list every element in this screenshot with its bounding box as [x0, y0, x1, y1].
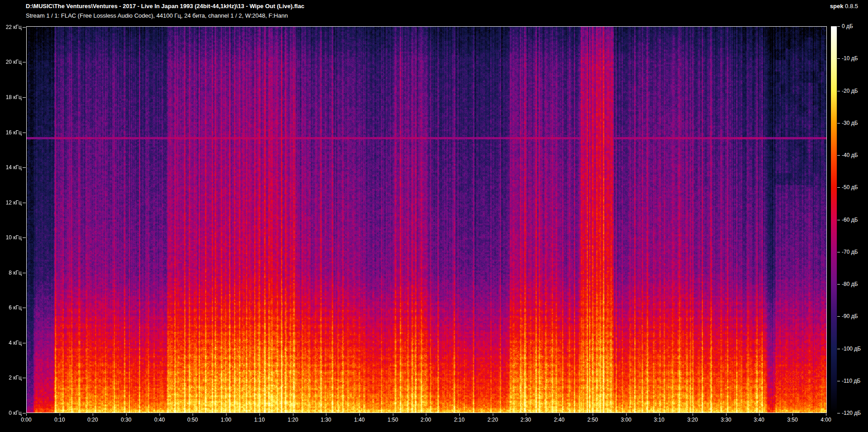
db-tick: [837, 26, 840, 27]
db-tick-label: -20 дБ: [842, 88, 858, 94]
time-tick-label: 1:00: [212, 417, 240, 423]
time-tick-label: 3:00: [613, 417, 640, 423]
freq-tick-label: 18 кГц: [1, 94, 22, 100]
time-tick: [559, 413, 560, 416]
time-tick: [93, 413, 93, 416]
time-tick: [759, 413, 760, 416]
time-tick: [393, 413, 393, 416]
time-tick: [426, 413, 426, 416]
time-tick-label: 2:10: [446, 417, 473, 423]
time-tick-label: 0:20: [79, 417, 106, 423]
freq-tick: [23, 97, 26, 98]
freq-tick-label: 10 кГц: [1, 234, 22, 241]
time-tick-label: 1:20: [279, 417, 307, 423]
spek-window: { "window": { "title": "D:\\MUSIC\\The V…: [0, 0, 868, 432]
time-tick-label: 2:40: [546, 417, 573, 423]
time-tick: [126, 413, 127, 416]
time-tick-label: 2:50: [579, 417, 606, 423]
freq-tick-label: 16 кГц: [1, 129, 22, 136]
time-tick: [459, 413, 460, 416]
db-tick: [837, 284, 840, 285]
time-tick: [293, 413, 293, 416]
time-tick-label: 2:30: [512, 417, 539, 423]
freq-tick: [23, 237, 26, 238]
time-tick-label: 1:50: [379, 417, 406, 423]
db-tick-label: -40 дБ: [842, 152, 858, 158]
time-tick-label: 4:00: [812, 417, 840, 423]
db-tick: [837, 123, 840, 123]
freq-tick-label: 22 кГц: [1, 24, 22, 30]
time-tick: [160, 413, 160, 416]
freq-tick-label: 4 кГц: [1, 340, 22, 346]
time-tick: [193, 413, 193, 416]
time-tick-label: 0:40: [146, 417, 173, 423]
db-tick-label: -80 дБ: [842, 281, 858, 287]
time-tick-label: 0:10: [46, 417, 73, 423]
time-tick-label: 2:00: [412, 417, 439, 423]
app-name-label: spek: [830, 3, 844, 9]
db-tick: [837, 252, 840, 252]
time-tick: [593, 413, 593, 416]
time-tick: [60, 413, 60, 416]
db-tick: [837, 58, 840, 59]
app-version-number: 0.8.5: [845, 3, 858, 9]
db-tick: [837, 381, 840, 381]
db-tick-label: -100 дБ: [842, 346, 861, 352]
db-tick: [837, 413, 840, 413]
db-tick: [837, 220, 840, 220]
time-tick: [526, 413, 526, 416]
freq-tick: [23, 167, 26, 168]
time-tick-label: 0:50: [179, 417, 206, 423]
time-tick-label: 3:20: [679, 417, 706, 423]
time-tick: [826, 413, 826, 416]
db-tick-label: -70 дБ: [842, 249, 858, 255]
time-tick-label: 0:00: [13, 417, 40, 423]
time-tick: [693, 413, 693, 416]
db-tick-label: 0 дБ: [842, 23, 853, 29]
app-version: spek 0.8.5: [830, 3, 858, 9]
file-path-title: D:\MUSIC\The Ventures\Ventures - 2017 - …: [26, 3, 304, 9]
db-tick-label: -60 дБ: [842, 217, 858, 223]
freq-tick-label: 6 кГц: [1, 304, 22, 311]
time-tick: [493, 413, 493, 416]
time-tick: [659, 413, 660, 416]
freq-tick: [23, 133, 26, 133]
db-tick-label: -90 дБ: [842, 313, 858, 319]
time-tick: [726, 413, 726, 416]
time-tick: [259, 413, 260, 416]
freq-tick-label: 2 кГц: [1, 375, 22, 381]
freq-tick-label: 8 кГц: [1, 270, 22, 276]
freq-tick: [23, 203, 26, 203]
time-tick: [626, 413, 627, 416]
db-tick: [837, 187, 840, 188]
freq-tick: [23, 308, 26, 308]
freq-tick-label: 14 кГц: [1, 164, 22, 171]
freq-tick-label: 12 кГц: [1, 199, 22, 206]
db-tick: [837, 155, 840, 156]
time-tick: [326, 413, 326, 416]
time-tick-label: 3:10: [646, 417, 673, 423]
freq-tick: [23, 413, 26, 413]
time-tick-label: 1:10: [246, 417, 273, 423]
time-tick: [226, 413, 226, 416]
db-tick-label: -30 дБ: [842, 120, 858, 126]
freq-tick-label: 20 кГц: [1, 59, 22, 65]
spectrogram-canvas: [26, 26, 827, 413]
db-tick: [837, 349, 840, 349]
time-tick: [793, 413, 793, 416]
time-tick-label: 0:30: [113, 417, 140, 423]
time-tick-label: 2:20: [479, 417, 506, 423]
freq-tick: [23, 273, 26, 273]
time-tick-label: 1:40: [346, 417, 373, 423]
freq-tick-label: 0 кГц: [1, 410, 22, 416]
time-tick: [359, 413, 360, 416]
stream-info: Stream 1 / 1: FLAC (Free Lossless Audio …: [26, 12, 288, 19]
freq-tick: [23, 378, 26, 378]
db-tick-label: -120 дБ: [842, 410, 861, 416]
time-tick-label: 3:40: [745, 417, 773, 423]
freq-tick: [23, 343, 26, 343]
db-colorbar: [831, 26, 837, 413]
freq-tick: [23, 27, 26, 28]
time-tick-label: 3:30: [712, 417, 740, 423]
db-tick-label: -110 дБ: [842, 378, 860, 384]
